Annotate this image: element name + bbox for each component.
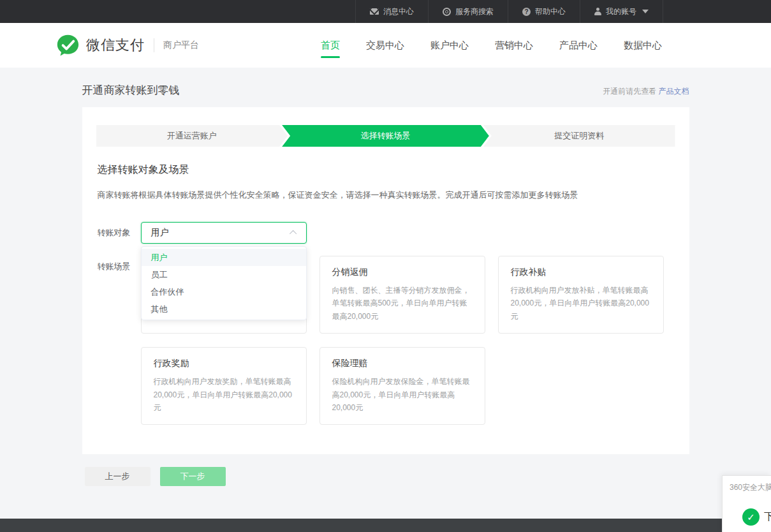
step-submit-proof: 提交证明资料 — [483, 125, 675, 147]
scene-description: 行政机构向用户发放补贴，单笔转账最高20,000元，单日向单用户转账最高20,0… — [511, 284, 651, 323]
nav-item-marketing-center[interactable]: 营销中心 — [494, 33, 534, 58]
scene-card-insurance[interactable]: 保险理赔 保险机构向用户发放保险金，单笔转账最高20,000元，单日向单用户转账… — [319, 347, 485, 425]
step-wizard: 开通运营账户 选择转账场景 提交证明资料 — [96, 125, 675, 147]
scene-card-commission[interactable]: 分销返佣 向销售、团长、主播等分销方发放佣金，单笔转账最高500元，单日向单用户… — [319, 256, 485, 334]
brand-name: 微信支付 — [86, 36, 145, 55]
scene-title: 行政补贴 — [511, 267, 651, 278]
nav-item-transactions[interactable]: 交易中心 — [365, 33, 406, 58]
transfer-target-label: 转账对象 — [98, 227, 141, 239]
main-nav: 首页 交易中心 账户中心 营销中心 产品中心 数据中心 — [319, 33, 663, 58]
doc-note-text: 开通前请先查看 — [603, 87, 656, 96]
page-title: 开通商家转账到零钱 — [82, 83, 180, 98]
dropdown-option-employee[interactable]: 员工 — [142, 266, 306, 283]
select-value: 用户 — [151, 227, 169, 239]
prev-step-button[interactable]: 上一步 — [85, 467, 151, 486]
section-title: 选择转账对象及场景 — [98, 163, 675, 177]
step-choose-scene: 选择转账场景 — [282, 125, 489, 147]
section-description: 商家转账将根据具体转账场景提供个性化安全策略，保证资金安全，请选择一种真实转账场… — [98, 189, 675, 201]
topbar-item-account[interactable]: 我的账号 — [580, 0, 663, 23]
topbar: 消息中心 服务商搜索 ? 帮助中心 我的账号 — [0, 0, 771, 23]
scene-description: 向销售、团长、主播等分销方发放佣金，单笔转账最高500元，单日向单用户转账最高2… — [332, 284, 473, 323]
dropdown-option-other[interactable]: 其他 — [142, 300, 306, 318]
user-icon — [594, 8, 601, 15]
transfer-scene-label: 转账场景 — [98, 256, 141, 425]
brand-subtitle: 商户平台 — [163, 40, 199, 51]
nav-item-product-center[interactable]: 产品中心 — [558, 33, 599, 58]
chevron-down-icon — [642, 10, 649, 13]
help-icon: ? — [522, 8, 531, 16]
doc-note: 开通前请先查看 产品文档 — [603, 86, 689, 97]
topbar-item-help[interactable]: ? 帮助中心 — [508, 0, 580, 23]
nav-item-account-center[interactable]: 账户中心 — [429, 33, 470, 58]
topbar-item-label: 帮助中心 — [535, 6, 566, 17]
footer-bar — [0, 519, 771, 532]
scene-description: 保险机构向用户发放保险金，单笔转账最高20,000元，单日向单用户转账最高20,… — [332, 375, 473, 414]
topbar-item-label: 消息中心 — [383, 6, 414, 17]
header: 微信支付 商户平台 首页 交易中心 账户中心 营销中心 产品中心 数据中心 — [0, 23, 771, 68]
topbar-item-messages[interactable]: 消息中心 — [355, 0, 428, 23]
brand[interactable]: 微信支付 — [56, 34, 145, 57]
transfer-target-dropdown: 用户 员工 合作伙伴 其他 — [141, 246, 307, 320]
topbar-item-label: 我的账号 — [606, 6, 636, 17]
dropdown-option-user[interactable]: 用户 — [142, 249, 306, 266]
scene-title: 分销返佣 — [332, 267, 473, 278]
next-step-button[interactable]: 下一步 — [160, 467, 226, 486]
search-icon — [443, 8, 451, 16]
transfer-target-select-wrap: 用户 用户 员工 合作伙伴 其他 — [141, 222, 307, 244]
topbar-item-provider-search[interactable]: 服务商搜索 — [428, 0, 508, 23]
main-area: 开通商家转账到零钱 开通前请先查看 产品文档 开通运营账户 选择转账场景 提交证… — [0, 68, 771, 519]
step-open-account: 开通运营账户 — [96, 125, 288, 147]
nav-item-home[interactable]: 首页 — [319, 33, 341, 58]
transfer-target-select[interactable]: 用户 — [141, 222, 307, 244]
dropdown-option-partner[interactable]: 合作伙伴 — [142, 283, 306, 300]
scene-title: 行政奖励 — [154, 358, 294, 369]
security-popup-title: 360安全大脑 — [730, 482, 771, 493]
scene-title: 保险理赔 — [332, 358, 473, 369]
mail-icon — [370, 8, 379, 15]
topbar-item-label: 服务商搜索 — [455, 6, 494, 17]
product-doc-link[interactable]: 产品文档 — [659, 87, 689, 96]
check-circle-icon: ✓ — [742, 508, 760, 526]
brand-divider — [154, 38, 154, 52]
setup-panel: 开通运营账户 选择转账场景 提交证明资料 选择转账对象及场景 商家转账将根据具体… — [82, 107, 689, 454]
nav-item-data-center[interactable]: 数据中心 — [622, 33, 663, 58]
scene-card-reward[interactable]: 行政奖励 行政机构向用户发放奖励，单笔转账最高20,000元，单日向单用户转账最… — [141, 347, 307, 425]
scene-card-subsidy[interactable]: 行政补贴 行政机构向用户发放补贴，单笔转账最高20,000元，单日向单用户转账最… — [498, 256, 664, 334]
wechat-pay-logo-icon — [56, 34, 80, 57]
security-popup[interactable]: 360安全大脑 ✓ 下 — [722, 475, 771, 532]
security-popup-text: 下 — [764, 510, 771, 524]
chevron-up-icon — [289, 230, 296, 237]
scene-description: 行政机构向用户发放奖励，单笔转账最高20,000元，单日向单用户转账最高20,0… — [154, 375, 294, 414]
